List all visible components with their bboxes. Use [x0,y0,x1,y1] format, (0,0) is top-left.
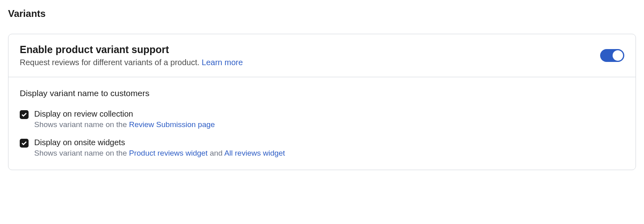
checkbox-item-onsite-widgets: Display on onsite widgets Shows variant … [20,138,624,158]
variants-card: Enable product variant support Request r… [8,34,636,170]
desc-text: Request reviews for different variants o… [20,58,202,67]
enable-variant-title: Enable product variant support [20,44,600,55]
checkbox-content: Display on review collection Shows varia… [34,109,624,129]
product-reviews-widget-link[interactable]: Product reviews widget [129,149,208,157]
checkbox-content: Display on onsite widgets Shows variant … [34,138,624,158]
all-reviews-widget-link[interactable]: All reviews widget [224,149,285,157]
check-icon [21,140,27,146]
review-submission-page-link[interactable]: Review Submission page [129,120,215,129]
learn-more-link[interactable]: Learn more [202,58,243,67]
page-title: Variants [8,8,636,19]
card-header: Enable product variant support Request r… [8,34,636,77]
display-variant-subtitle: Display variant name to customers [20,88,624,98]
checkbox-label: Display on review collection [34,109,624,119]
check-icon [21,112,27,117]
checkbox-desc: Shows variant name on the Review Submiss… [34,120,624,129]
checkbox-onsite-widgets[interactable] [20,139,29,148]
checkbox-review-collection[interactable] [20,110,29,119]
desc-prefix: Shows variant name on the [34,149,129,157]
card-body: Display variant name to customers Displa… [8,77,636,170]
checkbox-label: Display on onsite widgets [34,138,624,147]
checkbox-item-review-collection: Display on review collection Shows varia… [20,109,624,129]
enable-variant-desc: Request reviews for different variants o… [20,58,600,67]
desc-prefix: Shows variant name on the [34,120,129,129]
checkbox-desc: Shows variant name on the Product review… [34,149,624,158]
header-text: Enable product variant support Request r… [20,44,600,67]
enable-variant-toggle[interactable] [600,49,624,62]
desc-mid: and [208,149,224,157]
